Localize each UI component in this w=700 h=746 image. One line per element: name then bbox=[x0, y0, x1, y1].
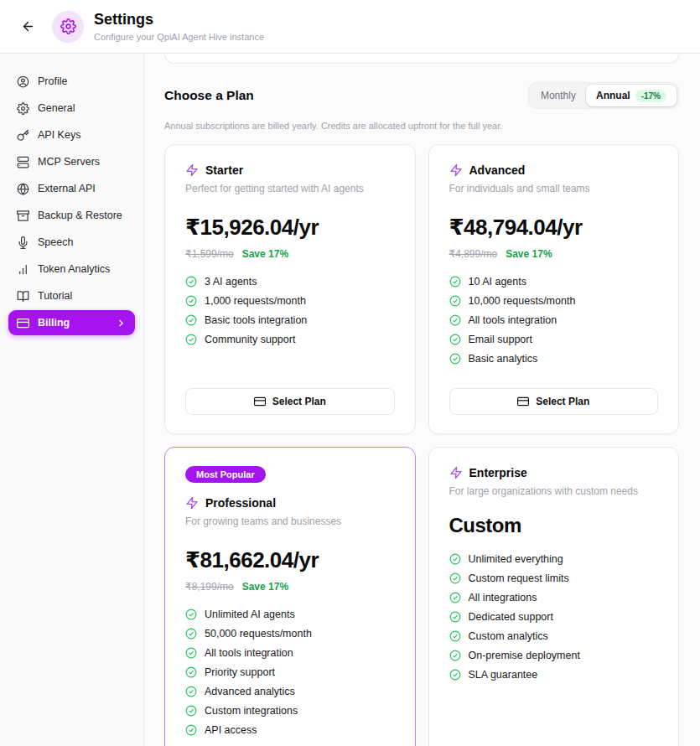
plan-save-label: Save 17% bbox=[242, 248, 288, 260]
feature-label: SLA guarantee bbox=[469, 669, 538, 681]
sidebar-item-tutorial[interactable]: Tutorial bbox=[8, 283, 135, 308]
cta-label: Select Plan bbox=[536, 396, 589, 407]
check-circle-icon bbox=[449, 630, 461, 642]
feature-label: 10 AI agents bbox=[469, 276, 527, 288]
sidebar-item-profile[interactable]: Profile bbox=[8, 69, 135, 94]
feature-item: Custom integrations bbox=[185, 705, 395, 717]
annual-discount-badge: -17% bbox=[635, 90, 666, 102]
check-circle-icon bbox=[449, 314, 461, 326]
feature-label: Priority support bbox=[205, 666, 275, 678]
sidebar-item-api-keys[interactable]: API Keys bbox=[8, 122, 135, 148]
plan-save-label: Save 17% bbox=[506, 248, 552, 260]
plan-old-price: ₹8,199/mo bbox=[185, 581, 234, 593]
plan-card-advanced: Advanced For individuals and small teams… bbox=[428, 144, 680, 434]
plan-card-professional: Most Popular Professional For growing te… bbox=[164, 447, 416, 746]
sidebar-item-general[interactable]: General bbox=[8, 96, 135, 121]
page-subtitle: Configure your QpiAI Agent Hive instance bbox=[94, 32, 264, 42]
plan-description: For growing teams and businesses bbox=[185, 515, 395, 527]
check-circle-icon bbox=[449, 611, 461, 623]
sidebar-item-mcp-servers[interactable]: MCP Servers bbox=[8, 149, 135, 174]
toggle-annual[interactable]: Annual -17% bbox=[586, 85, 677, 106]
feature-item: SLA guarantee bbox=[449, 669, 659, 681]
gear-icon bbox=[17, 102, 29, 115]
toggle-monthly[interactable]: Monthly bbox=[531, 85, 586, 106]
sidebar-item-speech[interactable]: Speech bbox=[8, 230, 135, 255]
check-circle-icon bbox=[449, 572, 461, 584]
select-plan-button-advanced[interactable]: Select Plan bbox=[449, 388, 659, 415]
check-circle-icon bbox=[449, 553, 461, 565]
key-icon bbox=[17, 129, 29, 142]
check-circle-icon bbox=[185, 686, 197, 697]
plan-card-starter: Starter Perfect for getting started with… bbox=[164, 144, 416, 434]
sidebar-item-label: Speech bbox=[38, 236, 73, 248]
sidebar-item-label: MCP Servers bbox=[38, 156, 100, 168]
feature-item: Email support bbox=[449, 334, 659, 345]
header-text: Settings Configure your QpiAI Agent Hive… bbox=[94, 11, 264, 42]
feature-label: Dedicated support bbox=[469, 611, 553, 623]
feature-item: 1,000 requests/month bbox=[185, 295, 395, 307]
sidebar-item-label: API Keys bbox=[38, 129, 80, 141]
feature-label: Advanced analytics bbox=[205, 686, 295, 697]
billing-period-toggle: Monthly Annual -17% bbox=[528, 82, 679, 109]
check-circle-icon bbox=[185, 314, 197, 326]
plans-grid: Starter Perfect for getting started with… bbox=[164, 144, 679, 746]
toggle-annual-label: Annual bbox=[596, 90, 630, 101]
sidebar-item-label: General bbox=[38, 102, 75, 114]
sidebar-item-label: Profile bbox=[38, 75, 67, 87]
plans-header: Choose a Plan Monthly Annual -17% bbox=[164, 82, 679, 109]
feature-item: 50,000 requests/month bbox=[185, 628, 395, 640]
feature-item: Advanced analytics bbox=[185, 686, 395, 697]
sidebar-item-label: External API bbox=[38, 183, 96, 194]
feature-label: Email support bbox=[469, 334, 532, 345]
sidebar-item-label: Token Analytics bbox=[38, 263, 110, 275]
top-bar: Settings Configure your QpiAI Agent Hive… bbox=[0, 0, 700, 54]
feature-item: Priority support bbox=[185, 666, 395, 678]
zap-icon bbox=[185, 163, 199, 177]
feature-item: 10 AI agents bbox=[449, 276, 659, 288]
plan-price: Custom bbox=[449, 514, 659, 537]
user-circle-icon bbox=[17, 75, 29, 88]
feature-label: On-premise deployment bbox=[469, 650, 580, 661]
back-button[interactable] bbox=[13, 13, 42, 41]
feature-label: Unlimited AI agents bbox=[205, 609, 295, 620]
plan-price: ₹15,926.04/yr bbox=[185, 215, 395, 241]
globe-icon bbox=[17, 183, 29, 195]
plan-features: Unlimited everything Custom request limi… bbox=[449, 553, 659, 681]
plan-old-price: ₹4,899/mo bbox=[449, 248, 498, 260]
check-circle-icon bbox=[449, 295, 461, 307]
check-circle-icon bbox=[449, 592, 461, 604]
plan-features: Unlimited AI agents 50,000 requests/mont… bbox=[185, 609, 395, 736]
feature-item: All tools integration bbox=[185, 647, 395, 659]
check-circle-icon bbox=[449, 276, 461, 288]
plan-features: 3 AI agents 1,000 requests/month Basic t… bbox=[185, 276, 395, 345]
check-circle-icon bbox=[449, 650, 461, 661]
sidebar-item-external-api[interactable]: External API bbox=[8, 176, 135, 201]
plan-name: Starter bbox=[205, 163, 243, 177]
feature-label: Basic analytics bbox=[469, 353, 538, 365]
sidebar-item-backup-restore[interactable]: Backup & Restore bbox=[8, 203, 135, 228]
check-circle-icon bbox=[185, 276, 197, 288]
sidebar-item-token-analytics[interactable]: Token Analytics bbox=[8, 256, 135, 282]
check-circle-icon bbox=[185, 705, 197, 717]
cta-label: Select Plan bbox=[272, 396, 326, 407]
check-circle-icon bbox=[185, 609, 197, 620]
check-circle-icon bbox=[185, 666, 197, 678]
plan-price: ₹81,662.04/yr bbox=[185, 547, 395, 573]
feature-item: Custom request limits bbox=[449, 572, 659, 584]
check-circle-icon bbox=[449, 669, 461, 681]
check-circle-icon bbox=[449, 353, 461, 365]
book-open-icon bbox=[17, 290, 29, 303]
feature-item: Custom analytics bbox=[449, 630, 659, 642]
check-circle-icon bbox=[185, 295, 197, 307]
feature-label: 50,000 requests/month bbox=[205, 628, 312, 640]
select-plan-button-starter[interactable]: Select Plan bbox=[185, 388, 395, 415]
feature-label: 10,000 requests/month bbox=[469, 295, 576, 307]
feature-item: API access bbox=[185, 724, 395, 736]
feature-label: 3 AI agents bbox=[205, 276, 257, 288]
page-title: Settings bbox=[94, 11, 264, 28]
sidebar-item-billing[interactable]: Billing bbox=[8, 310, 135, 335]
check-circle-icon bbox=[449, 334, 461, 345]
check-circle-icon bbox=[185, 647, 197, 659]
feature-label: All tools integration bbox=[205, 647, 293, 659]
plan-old-price: ₹1,599/mo bbox=[185, 248, 234, 260]
